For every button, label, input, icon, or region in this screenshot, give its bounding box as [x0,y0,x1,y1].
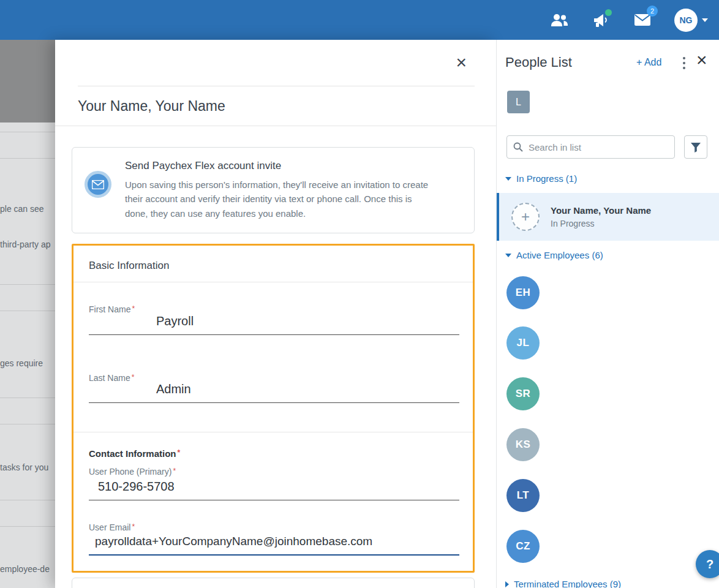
first-name-field[interactable] [89,312,459,335]
employee-avatar[interactable]: JL [506,326,540,360]
next-section-card [72,578,475,588]
plus-avatar-icon: + [511,203,540,231]
people-nav-icon[interactable] [549,10,569,30]
list-item-selected-person[interactable]: + Your Name, Your Name In Progress [497,193,719,241]
add-person-button[interactable]: + Add [636,57,661,68]
user-phone-label: User Phone (Primary)* [89,467,176,477]
divider [73,432,473,432]
person-edit-modal: × Your Name, Your Name Send Paychex Flex… [55,40,496,588]
chevron-down-icon [505,254,511,257]
background-text: employee-de [0,564,50,574]
panel-title: People List [505,55,572,70]
invite-card-title: Send Paychex Flex account invite [125,160,431,172]
chevron-down-icon [505,177,511,181]
messages-button[interactable]: 2 [633,10,652,30]
chevron-right-icon [505,581,509,587]
people-list-panel: People List + Add × L In Progress (1) [496,40,719,588]
basic-information-title: Basic Information [89,260,169,272]
background-page: ple can see third-party ap ges require t… [0,40,55,588]
employee-avatar[interactable]: SR [506,377,540,410]
filter-button[interactable] [684,135,707,159]
invite-card-body: Upon saving this person's information, t… [125,178,431,221]
employee-avatar[interactable]: EH [506,276,540,309]
paychex-invite-card: Send Paychex Flex account invite Upon sa… [72,147,475,233]
selected-person-status: In Progress [551,219,651,228]
background-text: ges require [0,358,43,368]
background-text: ple can see [0,204,44,214]
last-name-field[interactable] [89,380,459,403]
filter-icon [690,142,701,153]
modal-title: Your Name, Your Name [78,98,225,115]
messages-badge: 2 [647,6,658,17]
list-avatar[interactable]: L [507,91,530,113]
divider [73,282,473,282]
user-phone-field[interactable] [89,477,459,500]
employee-avatar[interactable]: CZ [506,530,540,563]
help-button[interactable]: ? [696,550,719,578]
required-mark: * [132,522,135,531]
basic-info-highlight-box: Basic Information First Name* Last Name*… [72,244,475,573]
people-icon [550,13,568,27]
app-screen: 2 NG ple can see third-party ap ges requ… [0,0,719,588]
user-email-label: User Email* [89,522,135,532]
account-menu[interactable]: NG [674,9,708,32]
background-text: third-party ap [0,239,50,249]
search-box [506,135,675,159]
chevron-down-icon [702,18,708,22]
announcements-button[interactable] [591,10,611,30]
search-icon [513,142,523,152]
kebab-dot [683,57,685,59]
divider [78,86,475,86]
kebab-dot [683,62,685,64]
background-text: tasks for you [0,462,48,472]
divider [55,126,496,126]
group-terminated-employees[interactable]: Terminated Employees (9) [505,579,621,588]
kebab-dot [683,67,685,69]
kebab-menu-button[interactable] [679,56,689,70]
employee-avatar[interactable]: KS [506,428,540,461]
top-nav-bar: 2 NG [0,0,719,40]
search-input[interactable] [529,142,668,153]
employee-avatar[interactable]: LT [506,479,540,512]
panel-close-button[interactable]: × [696,51,707,69]
selected-person-text: Your Name, Your Name In Progress [551,205,651,228]
modal-close-button[interactable]: × [456,53,467,72]
user-avatar: NG [674,9,698,32]
group-in-progress[interactable]: In Progress (1) [505,173,577,184]
group-active-employees[interactable]: Active Employees (6) [505,250,603,260]
invite-card-text: Send Paychex Flex account invite Upon sa… [125,160,431,221]
notification-dot [605,9,612,16]
user-email-field[interactable] [89,532,459,556]
mail-badge-icon [85,171,111,198]
background-block [0,40,55,123]
selected-person-name: Your Name, Your Name [551,205,651,216]
required-mark: * [173,467,176,475]
required-mark: * [178,448,181,457]
contact-information-title: Contact Information* [89,448,180,459]
